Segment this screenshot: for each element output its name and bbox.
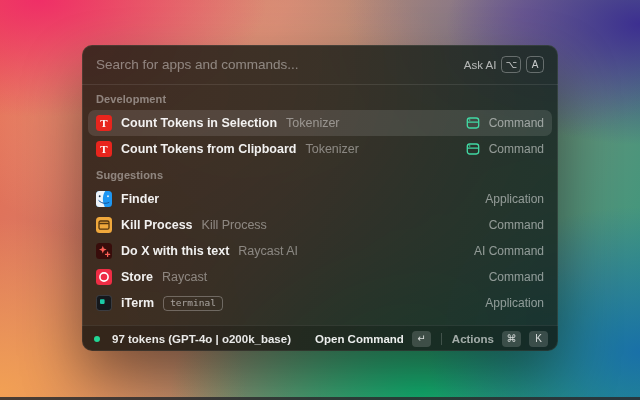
- item-subtitle: Raycast AI: [238, 244, 298, 258]
- item-type-label: Application: [485, 296, 544, 310]
- item-type-label: Command: [489, 270, 544, 284]
- item-title: iTerm: [121, 296, 154, 310]
- footer-bar: 97 tokens (GPT-4o | o200k_base) Open Com…: [82, 325, 558, 351]
- iterm-icon: [96, 295, 112, 311]
- search-input[interactable]: [96, 57, 456, 72]
- item-title: Store: [121, 270, 153, 284]
- ask-ai-button[interactable]: Ask AI ⌥ A: [464, 56, 544, 73]
- command-keycap: ⌘: [502, 331, 521, 347]
- finder-icon: [96, 191, 112, 207]
- item-title: Count Tokens in Selection: [121, 116, 277, 130]
- command-icon: [466, 142, 480, 156]
- item-subtitle: Tokenizer: [286, 116, 340, 130]
- item-type-label: Command: [489, 142, 544, 156]
- list-item[interactable]: Do X with this textRaycast AIAI Command: [88, 238, 552, 264]
- token-count-status: 97 tokens (GPT-4o | o200k_base): [112, 333, 291, 345]
- svg-text:T: T: [100, 143, 108, 155]
- tokenizer-icon: T: [96, 141, 112, 157]
- list-item[interactable]: StoreRaycastCommand: [88, 264, 552, 290]
- k-keycap: K: [529, 331, 548, 347]
- store-icon: [96, 269, 112, 285]
- item-tag: terminal: [163, 296, 223, 311]
- list-item[interactable]: TCount Tokens from ClipboardTokenizerCom…: [88, 136, 552, 162]
- list-item[interactable]: Kill ProcessKill ProcessCommand: [88, 212, 552, 238]
- svg-text:T: T: [100, 117, 108, 129]
- section-header: Suggestions: [88, 162, 552, 186]
- results-list: DevelopmentTCount Tokens in SelectionTok…: [82, 85, 558, 325]
- item-subtitle: Raycast: [162, 270, 207, 284]
- item-title: Do X with this text: [121, 244, 229, 258]
- footer-divider: [441, 333, 442, 345]
- item-subtitle: Tokenizer: [305, 142, 359, 156]
- raycast-ai-icon: [96, 243, 112, 259]
- item-type-label: AI Command: [474, 244, 544, 258]
- list-item[interactable]: iTermterminalApplication: [88, 290, 552, 316]
- a-keycap: A: [526, 56, 544, 73]
- kill-process-icon: [96, 217, 112, 233]
- command-icon: [466, 116, 480, 130]
- raycast-launcher-window: Ask AI ⌥ A DevelopmentTCount Tokens in S…: [82, 45, 558, 351]
- tokenizer-icon: T: [96, 115, 112, 131]
- item-type-label: Application: [485, 192, 544, 206]
- item-title: Finder: [121, 192, 159, 206]
- status-dot-icon: [94, 336, 100, 342]
- return-keycap: ↵: [412, 331, 431, 347]
- item-title: Kill Process: [121, 218, 193, 232]
- section-header: Commands: [88, 316, 552, 325]
- actions-button[interactable]: Actions: [452, 333, 494, 345]
- item-subtitle: Kill Process: [202, 218, 267, 232]
- ask-ai-label: Ask AI: [464, 59, 497, 71]
- item-type-label: Command: [489, 116, 544, 130]
- item-title: Count Tokens from Clipboard: [121, 142, 296, 156]
- list-item[interactable]: FinderApplication: [88, 186, 552, 212]
- section-header: Development: [88, 86, 552, 110]
- list-item[interactable]: TCount Tokens in SelectionTokenizerComma…: [88, 110, 552, 136]
- item-type-label: Command: [489, 218, 544, 232]
- search-bar: Ask AI ⌥ A: [82, 45, 558, 85]
- open-command-button[interactable]: Open Command: [315, 333, 404, 345]
- option-keycap: ⌥: [501, 56, 521, 73]
